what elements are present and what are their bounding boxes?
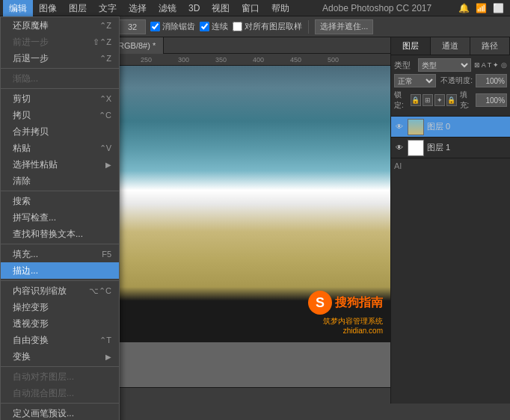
- menu-paste[interactable]: 粘贴 ⌃V: [1, 140, 119, 156]
- capacity-input[interactable]: [119, 19, 146, 34]
- menu-text[interactable]: 文字: [93, 0, 123, 16]
- menu-search-label: 搜索: [13, 195, 31, 208]
- tab-paths[interactable]: 路径: [470, 37, 510, 55]
- contiguous-checkbox[interactable]: [200, 22, 209, 31]
- bell-icon[interactable]: 🔔: [458, 3, 470, 13]
- menu-select[interactable]: 选择: [123, 0, 153, 16]
- layer-thumb-1: [408, 140, 424, 156]
- menu-layer[interactable]: 图层: [63, 0, 93, 16]
- menu-stroke-label: 描边...: [13, 265, 38, 277]
- menu-cut[interactable]: 剪切 ⌃X: [1, 90, 119, 107]
- menu-clear[interactable]: 清除: [1, 173, 119, 189]
- lock-icon[interactable]: 🔒: [411, 94, 421, 106]
- watermark-sub: 筑梦内容管理系统zhidian.com: [323, 316, 383, 335]
- edit-dropdown-menu: 还原魔棒 ⌃Z 前进一步 ⇧⌃Z 后退一步 ⌃Z 渐隐... 剪切 ⌃X 拷贝 …: [0, 16, 120, 420]
- menu-transform[interactable]: 变换 ▶: [1, 348, 119, 365]
- menu-cut-shortcut: ⌃X: [99, 94, 111, 104]
- right-panel-tabs: 图层 通道 路径: [391, 37, 510, 55]
- ai-row: AI: [391, 158, 510, 173]
- menu-window[interactable]: 窗口: [236, 0, 265, 16]
- menu-puppet-warp[interactable]: 操控变形: [1, 299, 119, 315]
- ruler-mark-5: 350: [215, 56, 253, 64]
- layer-name-1: 图层 1: [427, 142, 507, 153]
- menu-free-transform[interactable]: 自由变换 ⌃T: [1, 332, 119, 348]
- menu-help[interactable]: 帮助: [265, 0, 295, 16]
- menu-paste-shortcut: ⌃V: [99, 143, 111, 153]
- layer-thumb-0: [408, 119, 424, 135]
- menu-cut-label: 剪切: [13, 93, 31, 105]
- menu-image[interactable]: 图像: [33, 0, 63, 16]
- lock-all-icon[interactable]: 🔒: [446, 94, 457, 106]
- menu-merge-copy[interactable]: 合并拷贝: [1, 123, 119, 140]
- menu-auto-blend: 自动混合图层...: [1, 385, 119, 401]
- menu-free-transform-label: 自由变换: [13, 334, 49, 347]
- menu-step-back-shortcut: ⌃Z: [99, 54, 111, 64]
- separator-5: [1, 280, 119, 281]
- separator-3: [1, 191, 119, 191]
- layer-visibility-0[interactable]: 👁: [394, 122, 405, 132]
- menu-copy[interactable]: 拷贝 ⌃C: [1, 107, 119, 123]
- opacity-input[interactable]: [476, 74, 507, 87]
- menu-undo-shortcut: ⌃Z: [99, 21, 111, 31]
- layer-visibility-1[interactable]: 👁: [394, 143, 405, 153]
- lock-position-icon[interactable]: ⊞: [423, 94, 433, 106]
- menu-filter[interactable]: 滤镜: [153, 0, 182, 16]
- menu-paste-special-arrow: ▶: [105, 161, 111, 169]
- separator-1: [1, 68, 119, 69]
- ruler-mark-7: 450: [290, 56, 328, 64]
- menu-bar: 编辑 图像 图层 文字 选择 滤镜 3D 视图 窗口 帮助 Adobe Phot…: [0, 0, 510, 16]
- menu-find-replace[interactable]: 查找和替换文本...: [1, 226, 119, 242]
- menu-paste-label: 粘贴: [13, 142, 31, 155]
- all-layers-group: 对所有图层取样: [233, 21, 302, 32]
- fill-label: 填充:: [460, 90, 475, 111]
- blend-mode-select[interactable]: 正常: [394, 74, 436, 87]
- menu-auto-align: 自动对齐图层...: [1, 368, 119, 385]
- window-icon[interactable]: ⬜: [493, 3, 504, 13]
- app-title: Adobe Photoshop CC 2017: [295, 3, 458, 13]
- separator-6: [1, 366, 119, 367]
- menu-step-back-label: 后退一步: [13, 52, 49, 65]
- menu-spellcheck[interactable]: 拼写检查...: [1, 209, 119, 226]
- menu-paste-special[interactable]: 选择性粘贴 ▶: [1, 156, 119, 173]
- menu-search[interactable]: 搜索: [1, 193, 119, 209]
- menu-puppet-warp-label: 操控变形: [13, 301, 49, 314]
- menu-fill-label: 填充...: [13, 248, 38, 261]
- layer-item-1[interactable]: 👁 图层 1: [391, 138, 510, 158]
- menu-content-scale[interactable]: 内容识别缩放 ⌥⌃C: [1, 282, 119, 299]
- watermark-overlay: S 搜狗指南 筑梦内容管理系统zhidian.com: [308, 291, 383, 335]
- contiguous-label: 连续: [212, 21, 228, 32]
- kind-row: 类型 类型 ⊠ A T ✦ ◎: [394, 58, 507, 72]
- contiguous-group: 连续: [200, 21, 228, 32]
- menu-stroke[interactable]: 描边...: [1, 262, 119, 279]
- menu-view[interactable]: 视图: [206, 0, 236, 16]
- menu-paste-special-label: 选择性粘贴: [13, 158, 58, 171]
- kind-label: 类型: [394, 60, 415, 71]
- right-panel: 图层 通道 路径 类型 类型 ⊠ A T ✦ ◎ 正常 不透明度: 锁定:: [390, 37, 510, 404]
- menu-3d[interactable]: 3D: [182, 0, 206, 16]
- tab-channels[interactable]: 通道: [431, 37, 470, 55]
- lock-art-icon[interactable]: ✦: [434, 94, 445, 106]
- watermark-s-icon: S: [308, 291, 332, 315]
- menu-define-brush[interactable]: 定义画笔预设...: [1, 405, 119, 420]
- ruler-mark-8: 500: [328, 56, 365, 64]
- menu-edit[interactable]: 编辑: [3, 0, 33, 16]
- menu-step-forward-shortcut: ⇧⌃Z: [93, 37, 111, 47]
- menubar-icons: 🔔 📶 ⬜: [458, 3, 504, 13]
- refine-button[interactable]: 选择并遮住...: [315, 19, 373, 34]
- menu-find-replace-label: 查找和替换文本...: [13, 228, 83, 241]
- tab-layers[interactable]: 图层: [391, 37, 431, 55]
- lock-row: 锁定: 🔒 ⊞ ✦ 🔒 填充:: [394, 90, 507, 111]
- menu-undo[interactable]: 还原魔棒 ⌃Z: [1, 17, 119, 34]
- menu-fill[interactable]: 填充... F5: [1, 246, 119, 262]
- kind-select[interactable]: 类型: [418, 58, 471, 72]
- layer-item-0[interactable]: 👁 图层 0: [391, 117, 510, 138]
- menu-fade: 渐隐...: [1, 70, 119, 87]
- menu-perspective-warp[interactable]: 透视变形: [1, 315, 119, 332]
- separator-2: [1, 88, 119, 89]
- anti-alias-checkbox[interactable]: [150, 22, 160, 31]
- fill-input[interactable]: [476, 93, 507, 107]
- menu-step-back[interactable]: 后退一步 ⌃Z: [1, 50, 119, 67]
- all-layers-checkbox[interactable]: [233, 22, 242, 31]
- menu-perspective-warp-label: 透视变形: [13, 318, 49, 330]
- watermark-logo: S 搜狗指南: [308, 291, 383, 315]
